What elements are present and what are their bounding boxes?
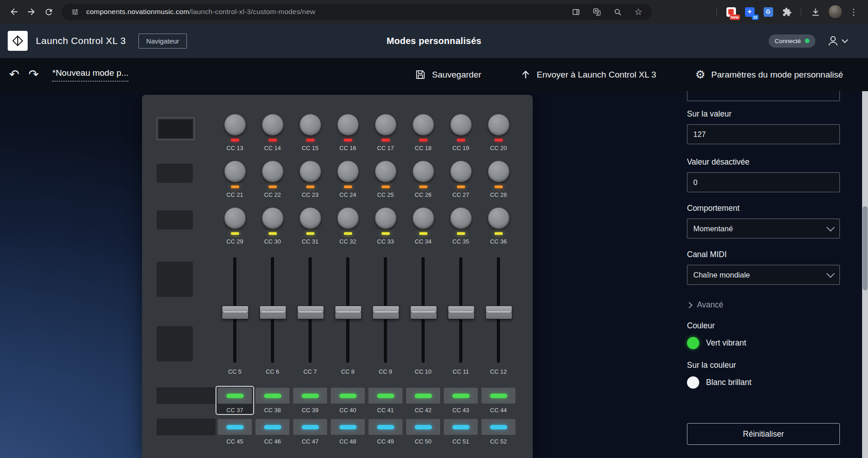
fader-handle[interactable] bbox=[297, 306, 324, 319]
pad[interactable]: CC 47 bbox=[291, 418, 329, 446]
extension-icon-3[interactable]: G bbox=[762, 6, 774, 18]
fader[interactable] bbox=[254, 257, 291, 363]
pad-button[interactable] bbox=[217, 419, 252, 435]
knob[interactable] bbox=[337, 161, 359, 182]
advanced-toggle[interactable]: Avancé bbox=[687, 300, 840, 310]
pad[interactable]: CC 42 bbox=[404, 386, 442, 414]
pad-button[interactable] bbox=[330, 419, 365, 435]
knob[interactable] bbox=[375, 114, 397, 136]
browser-menu-icon[interactable]: ⋮ bbox=[849, 7, 858, 17]
account-menu[interactable] bbox=[826, 34, 847, 48]
knob[interactable] bbox=[412, 161, 434, 182]
device-button[interactable] bbox=[157, 262, 193, 297]
knob[interactable] bbox=[337, 207, 359, 229]
knob[interactable] bbox=[262, 114, 284, 136]
device-button[interactable] bbox=[157, 164, 193, 183]
knob[interactable] bbox=[488, 207, 510, 229]
pad[interactable]: CC 48 bbox=[329, 418, 367, 446]
site-settings-icon[interactable] bbox=[69, 6, 81, 18]
fader-handle[interactable] bbox=[448, 306, 475, 319]
pad-button[interactable] bbox=[368, 387, 403, 404]
forward-button[interactable] bbox=[23, 3, 40, 20]
knob[interactable] bbox=[262, 161, 284, 182]
mode-name-input[interactable]: *Nouveau mode p... bbox=[52, 68, 128, 82]
downloads-icon[interactable] bbox=[809, 6, 821, 18]
device-row-button[interactable] bbox=[157, 419, 216, 435]
side-panel-icon[interactable] bbox=[570, 6, 582, 18]
scrollbar-thumb[interactable] bbox=[863, 206, 868, 290]
knob[interactable] bbox=[450, 207, 472, 229]
device-button[interactable] bbox=[157, 210, 193, 229]
pad[interactable]: CC 45 bbox=[216, 418, 254, 446]
reset-button[interactable]: Réinitialiser bbox=[687, 423, 840, 445]
behaviour-select[interactable]: Momentané bbox=[687, 219, 840, 239]
knob[interactable] bbox=[299, 161, 321, 182]
knob[interactable] bbox=[488, 161, 510, 182]
navigator-button[interactable]: Navigateur bbox=[138, 34, 187, 49]
knob[interactable] bbox=[224, 114, 246, 136]
fader[interactable] bbox=[404, 257, 442, 363]
back-button[interactable] bbox=[5, 3, 23, 20]
clipped-input[interactable] bbox=[687, 91, 840, 101]
mode-settings-button[interactable]: ⚙ Paramètres du mode personnalisé bbox=[695, 69, 843, 80]
pad-button[interactable] bbox=[443, 387, 478, 404]
pad[interactable]: CC 41 bbox=[367, 386, 404, 414]
pad[interactable]: CC 52 bbox=[480, 418, 517, 446]
on-color-swatch[interactable] bbox=[687, 376, 699, 389]
on-value-input[interactable] bbox=[687, 124, 840, 144]
pad-button[interactable] bbox=[443, 419, 478, 435]
extension-icon-2[interactable]: ✦ 15 bbox=[744, 6, 755, 18]
knob[interactable] bbox=[450, 114, 472, 136]
knob[interactable] bbox=[299, 207, 321, 229]
pad[interactable]: CC 46 bbox=[254, 418, 291, 446]
pad[interactable]: CC 51 bbox=[442, 418, 480, 446]
pad-button[interactable] bbox=[368, 419, 403, 435]
fader[interactable] bbox=[291, 257, 329, 363]
knob[interactable] bbox=[450, 161, 472, 182]
url-bar[interactable]: components.novationmusic.com/launch-cont… bbox=[62, 4, 652, 20]
midi-channel-select[interactable]: Chaîne mondiale bbox=[687, 265, 840, 285]
pad[interactable]: CC 37 bbox=[216, 386, 254, 414]
fader-handle[interactable] bbox=[410, 306, 437, 319]
translate-icon[interactable] bbox=[591, 6, 603, 18]
pad[interactable]: CC 44 bbox=[480, 386, 517, 414]
bookmark-star-icon[interactable]: ☆ bbox=[633, 6, 644, 18]
fader[interactable] bbox=[367, 257, 404, 363]
device-row-button[interactable] bbox=[157, 387, 216, 404]
device-button[interactable] bbox=[157, 326, 193, 361]
color-picker-row[interactable]: Vert vibrant bbox=[687, 337, 840, 349]
knob[interactable] bbox=[412, 207, 434, 229]
pad-button[interactable] bbox=[481, 387, 516, 404]
pad[interactable]: CC 38 bbox=[254, 386, 291, 414]
pad[interactable]: CC 49 bbox=[367, 418, 404, 446]
color-swatch[interactable] bbox=[687, 337, 699, 349]
novation-logo[interactable] bbox=[8, 31, 28, 51]
pad[interactable]: CC 43 bbox=[442, 386, 480, 414]
pad-button[interactable] bbox=[293, 419, 328, 435]
extension-icon-1[interactable]: New bbox=[725, 6, 737, 18]
fader[interactable] bbox=[216, 257, 254, 363]
undo-icon[interactable]: ↶ bbox=[9, 68, 20, 81]
pad-button[interactable] bbox=[255, 419, 290, 435]
fader[interactable] bbox=[442, 257, 480, 363]
pad[interactable]: CC 39 bbox=[291, 386, 329, 414]
knob[interactable] bbox=[375, 161, 397, 182]
knob[interactable] bbox=[337, 114, 359, 136]
knob[interactable] bbox=[224, 161, 246, 182]
pad-button[interactable] bbox=[481, 419, 516, 435]
profile-avatar[interactable] bbox=[828, 5, 843, 19]
knob[interactable] bbox=[299, 114, 321, 136]
pad-button[interactable] bbox=[255, 387, 290, 404]
url-text[interactable]: components.novationmusic.com/launch-cont… bbox=[86, 8, 315, 16]
pad-button[interactable] bbox=[330, 387, 365, 404]
fader-handle[interactable] bbox=[222, 306, 249, 319]
fader[interactable] bbox=[329, 257, 367, 363]
redo-icon[interactable]: ↷ bbox=[29, 68, 39, 81]
extensions-puzzle-icon[interactable] bbox=[781, 6, 793, 18]
send-to-device-button[interactable]: Envoyer à Launch Control XL 3 bbox=[520, 69, 656, 80]
fader[interactable] bbox=[480, 257, 517, 363]
knob[interactable] bbox=[412, 114, 434, 136]
reload-button[interactable] bbox=[40, 3, 57, 20]
fader-handle[interactable] bbox=[335, 306, 362, 319]
pad-button[interactable] bbox=[406, 387, 441, 404]
